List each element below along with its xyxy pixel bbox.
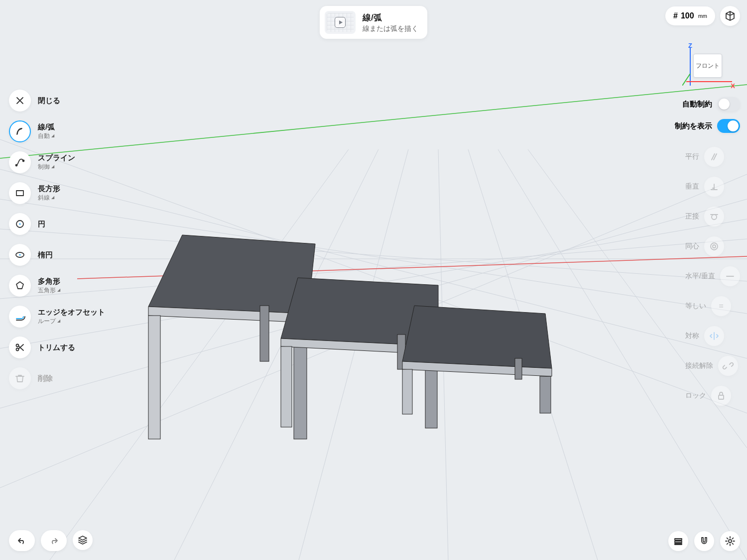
viewport-3d[interactable]: [0, 0, 747, 560]
tool-close[interactable]: 閉じる: [9, 90, 105, 112]
svg-marker-43: [16, 282, 23, 289]
hint-subtitle: 線または弧を描く: [363, 24, 418, 33]
hint-video-thumb[interactable]: [325, 11, 356, 34]
constraint-parallel[interactable]: 平行: [685, 147, 740, 167]
play-icon: [335, 17, 346, 28]
toggle-auto-constraint[interactable]: 自動制約: [682, 97, 740, 111]
tool-spline[interactable]: スプライン制御◢: [9, 151, 105, 173]
rectangle-icon: [14, 187, 26, 199]
svg-line-11: [299, 149, 408, 560]
constraint-list: 平行 垂直 正接 同心 水平/垂直 等しい= 対称 接続解除 ロック: [685, 147, 740, 406]
settings-button[interactable]: [720, 531, 740, 551]
parallel-icon: [708, 151, 720, 163]
svg-marker-28: [402, 306, 552, 368]
detach-icon: [722, 360, 734, 372]
sketch-toolbar: 閉じる 線/弧自動◢ スプライン制御◢ 長方形斜線◢ 円 楕円 多角形五角形◢ …: [9, 90, 105, 389]
svg-point-48: [711, 243, 718, 250]
svg-point-37: [23, 160, 24, 162]
tool-hint-card[interactable]: 線/弧 線または弧を描く: [320, 6, 427, 39]
toggle-show-constraint[interactable]: 制約を表示: [675, 119, 740, 133]
dimension-value: 100: [681, 11, 694, 20]
tool-trim[interactable]: トリムする: [9, 336, 105, 358]
offset-icon: [14, 311, 26, 323]
axis-x-label: X: [731, 82, 735, 90]
history-button[interactable]: [668, 531, 688, 551]
svg-point-49: [713, 245, 716, 248]
undo-button[interactable]: [9, 530, 35, 551]
constraint-tangent[interactable]: 正接: [685, 207, 740, 226]
nav-cube[interactable]: Z フロント X: [677, 45, 732, 90]
concentric-icon: [708, 240, 720, 252]
show-constraint-switch[interactable]: [717, 119, 740, 133]
hint-title: 線/弧: [363, 12, 418, 23]
equal-icon: =: [711, 296, 731, 316]
scene-tables: [148, 235, 552, 439]
undo-icon: [16, 535, 28, 547]
auto-constraint-switch[interactable]: [717, 97, 740, 111]
svg-rect-20: [148, 316, 160, 439]
constraint-concentric[interactable]: 同心: [685, 236, 740, 256]
tool-rectangle[interactable]: 長方形斜線◢: [9, 182, 105, 204]
constraints-panel: 自動制約 制約を表示 平行 垂直 正接 同心 水平/垂直 等しい= 対称 接続解…: [675, 97, 740, 406]
polygon-icon: [14, 280, 26, 292]
hash-icon: #: [673, 11, 678, 20]
navcube-front[interactable]: フロント: [693, 54, 722, 78]
lock-icon: [715, 390, 727, 402]
view-cube-button[interactable]: [720, 6, 740, 26]
constraint-equal[interactable]: 等しい=: [685, 296, 740, 316]
dimension-unit: mm: [698, 13, 707, 19]
constraint-lock[interactable]: ロック: [685, 386, 740, 406]
svg-marker-18: [148, 235, 315, 314]
layers-button[interactable]: [73, 530, 93, 550]
snap-button[interactable]: [694, 531, 714, 551]
tangent-icon: [708, 211, 720, 223]
trim-icon: [14, 341, 26, 353]
tool-delete: 削除: [9, 367, 105, 389]
redo-icon: [48, 535, 60, 547]
constraint-hv[interactable]: 水平/垂直: [685, 266, 740, 286]
tool-offset-edge[interactable]: エッジをオフセットループ◢: [9, 306, 105, 328]
redo-button: [41, 530, 67, 551]
svg-line-16: [0, 85, 747, 158]
svg-point-36: [16, 165, 17, 166]
delete-icon: [14, 372, 26, 384]
svg-rect-32: [515, 358, 522, 379]
gear-icon: [724, 535, 736, 547]
ellipse-icon: [14, 249, 26, 261]
svg-rect-25: [281, 346, 292, 427]
line-arc-icon: [14, 125, 26, 137]
hv-icon: [724, 270, 736, 282]
svg-rect-30: [402, 369, 412, 414]
stack-icon: [672, 535, 684, 547]
tool-line-arc[interactable]: 線/弧自動◢: [9, 120, 105, 142]
cube-icon: [724, 10, 736, 22]
svg-point-40: [19, 224, 21, 225]
constraint-detach[interactable]: 接続解除: [685, 356, 740, 376]
perpendicular-icon: [708, 181, 720, 193]
circle-icon: [14, 218, 26, 230]
symmetric-icon: [708, 330, 720, 342]
svg-rect-31: [540, 376, 551, 413]
svg-rect-22: [260, 306, 269, 361]
tool-circle[interactable]: 円: [9, 213, 105, 235]
spline-icon: [14, 156, 26, 168]
close-icon: [14, 95, 26, 107]
layers-icon: [77, 534, 89, 546]
svg-line-5: [0, 229, 747, 281]
svg-line-35: [682, 74, 690, 86]
svg-line-10: [174, 149, 378, 560]
magnet-icon: [698, 535, 710, 547]
tool-polygon[interactable]: 多角形五角形◢: [9, 275, 105, 297]
svg-line-8: [0, 139, 747, 413]
constraint-symmetric[interactable]: 対称: [685, 326, 740, 346]
svg-rect-38: [16, 191, 23, 196]
svg-point-46: [712, 215, 717, 220]
tool-ellipse[interactable]: 楕円: [9, 244, 105, 266]
constraint-perpendicular[interactable]: 垂直: [685, 177, 740, 197]
svg-point-52: [729, 540, 732, 543]
svg-rect-51: [719, 395, 724, 399]
dimension-input[interactable]: # 100 mm: [665, 6, 715, 25]
svg-point-42: [19, 254, 21, 256]
